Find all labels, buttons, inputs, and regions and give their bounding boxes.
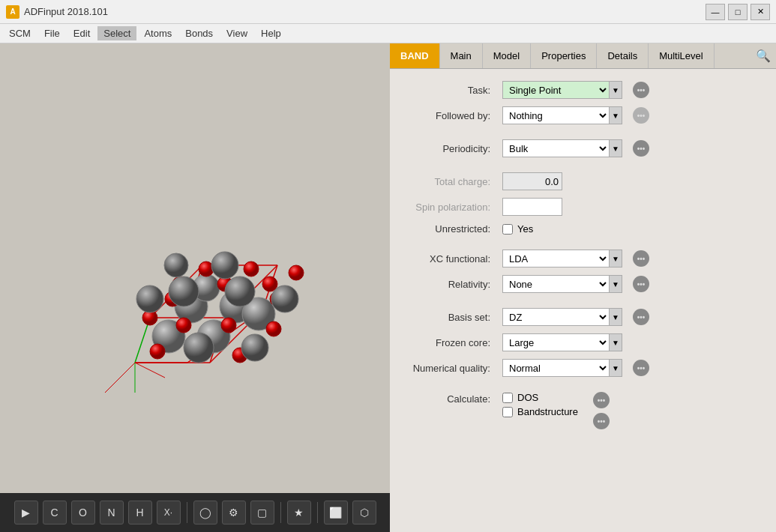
svg-point-37 bbox=[225, 276, 255, 306]
viewport: ▶ C O N H X· ◯ ⚙ ▢ ★ ⬜ ⬡ bbox=[0, 43, 390, 532]
tool-gear[interactable]: ⚙ bbox=[222, 501, 246, 525]
toolbar-sep2 bbox=[280, 502, 281, 523]
calculate-bandstructure-item: Bandstructure bbox=[502, 406, 578, 417]
tab-band[interactable]: BAND bbox=[390, 43, 440, 68]
svg-point-43 bbox=[164, 253, 188, 277]
periodicity-dropdown-arrow[interactable]: ▼ bbox=[609, 139, 622, 157]
svg-line-12 bbox=[105, 363, 135, 393]
svg-point-26 bbox=[176, 318, 191, 333]
frozen-core-dropdown-arrow[interactable]: ▼ bbox=[609, 333, 622, 351]
relativity-dropdown-arrow[interactable]: ▼ bbox=[609, 275, 622, 293]
unrestricted-checkbox[interactable] bbox=[502, 224, 513, 235]
form-content: Task: Single Point ▼ ••• Followed by: No… bbox=[390, 69, 776, 532]
tool-hex[interactable]: ⬡ bbox=[352, 501, 376, 525]
tool-x[interactable]: X· bbox=[157, 501, 181, 525]
numerical-quality-select[interactable]: Normal bbox=[502, 359, 609, 377]
numerical-quality-dropdown-arrow[interactable]: ▼ bbox=[609, 359, 622, 377]
minimize-button[interactable]: — bbox=[706, 4, 725, 20]
unrestricted-yes-label: Yes bbox=[517, 223, 533, 235]
frozen-core-select[interactable]: Large bbox=[502, 333, 609, 351]
tab-model[interactable]: Model bbox=[483, 43, 531, 68]
xc-functional-row: XC functional: LDA ▼ ••• bbox=[399, 250, 767, 267]
tool-h[interactable]: H bbox=[128, 501, 152, 525]
menu-edit[interactable]: Edit bbox=[67, 26, 96, 40]
followed-by-select[interactable]: Nothing bbox=[502, 106, 609, 124]
tool-star[interactable]: ★ bbox=[287, 501, 311, 525]
svg-line-14 bbox=[135, 363, 165, 378]
calculate-options: DOS Bandstructure bbox=[502, 392, 578, 417]
toolbar-sep1 bbox=[187, 502, 187, 523]
divider2 bbox=[399, 165, 767, 172]
close-button[interactable]: ✕ bbox=[751, 4, 770, 20]
periodicity-row: Periodicity: Bulk ▼ ••• bbox=[399, 139, 767, 157]
xc-functional-dropdown-arrow[interactable]: ▼ bbox=[609, 250, 622, 267]
menu-atoms[interactable]: Atoms bbox=[138, 26, 178, 40]
spin-polarization-input[interactable] bbox=[502, 198, 562, 216]
tab-main[interactable]: Main bbox=[440, 43, 483, 68]
search-button[interactable]: 🔍 bbox=[751, 43, 776, 69]
numerical-quality-more-button[interactable]: ••• bbox=[633, 360, 649, 376]
menu-scm[interactable]: SCM bbox=[3, 26, 37, 40]
relativity-row: Relativity: None ▼ ••• bbox=[399, 275, 767, 293]
periodicity-more-button[interactable]: ••• bbox=[633, 140, 649, 157]
xc-functional-select[interactable]: LDA bbox=[502, 250, 609, 267]
followed-by-more-button[interactable]: ••• bbox=[633, 107, 649, 124]
xc-functional-label: XC functional: bbox=[399, 253, 496, 265]
followed-by-label: Followed by: bbox=[399, 110, 496, 121]
tool-o[interactable]: O bbox=[71, 501, 95, 525]
calculate-more-buttons: ••• ••• bbox=[589, 392, 610, 429]
maximize-button[interactable]: □ bbox=[728, 4, 748, 20]
total-charge-input[interactable] bbox=[502, 172, 562, 190]
tool-n[interactable]: N bbox=[100, 501, 124, 525]
svg-point-32 bbox=[244, 262, 259, 276]
total-charge-label: Total charge: bbox=[399, 176, 496, 187]
menu-help[interactable]: Help bbox=[255, 26, 287, 40]
tool-rect[interactable]: ▢ bbox=[250, 501, 274, 525]
relativity-select-wrapper: None ▼ bbox=[502, 275, 622, 293]
unrestricted-checkbox-row: Yes bbox=[502, 223, 533, 235]
basis-set-more-button[interactable]: ••• bbox=[633, 309, 649, 325]
task-select-wrapper: Single Point ▼ bbox=[502, 81, 622, 99]
relativity-select[interactable]: None bbox=[502, 275, 609, 293]
tab-details[interactable]: Details bbox=[597, 43, 649, 68]
task-more-button[interactable]: ••• bbox=[633, 82, 649, 98]
svg-point-39 bbox=[136, 285, 163, 312]
task-select[interactable]: Single Point bbox=[502, 81, 609, 99]
tool-c[interactable]: C bbox=[43, 501, 67, 525]
window-controls: — □ ✕ bbox=[706, 4, 770, 20]
xc-functional-select-wrapper: LDA ▼ bbox=[502, 250, 622, 267]
svg-point-40 bbox=[184, 333, 214, 363]
tab-bar: BAND Main Model Properties Details Multi… bbox=[390, 43, 776, 69]
tool-select[interactable]: ▶ bbox=[14, 501, 38, 525]
followed-by-row: Followed by: Nothing ▼ ••• bbox=[399, 106, 767, 124]
calculate-dos-checkbox[interactable] bbox=[502, 393, 513, 403]
tab-properties[interactable]: Properties bbox=[531, 43, 597, 68]
svg-point-30 bbox=[150, 344, 165, 359]
followed-by-select-wrapper: Nothing ▼ bbox=[502, 106, 622, 124]
menu-select[interactable]: Select bbox=[97, 26, 136, 40]
calculate-dos-item: DOS bbox=[502, 392, 578, 403]
svg-point-27 bbox=[221, 318, 236, 333]
numerical-quality-row: Numerical quality: Normal ▼ ••• bbox=[399, 359, 767, 377]
calculate-dos-more-button[interactable]: ••• bbox=[593, 392, 610, 408]
tab-multilevel[interactable]: MultiLevel bbox=[649, 43, 715, 68]
spin-polarization-row: Spin polarization: bbox=[399, 198, 767, 216]
menu-view[interactable]: View bbox=[220, 26, 253, 40]
task-dropdown-arrow[interactable]: ▼ bbox=[609, 81, 622, 99]
calculate-bandstructure-checkbox[interactable] bbox=[502, 407, 513, 417]
followed-by-dropdown-arrow[interactable]: ▼ bbox=[609, 106, 622, 124]
basis-set-select[interactable]: DZ bbox=[502, 308, 609, 326]
tool-square[interactable]: ⬜ bbox=[324, 501, 348, 525]
calculate-bandstructure-more-button[interactable]: ••• bbox=[593, 413, 610, 429]
relativity-label: Relativity: bbox=[399, 279, 496, 290]
relativity-more-button[interactable]: ••• bbox=[633, 276, 649, 292]
tool-circle[interactable]: ◯ bbox=[193, 501, 217, 525]
basis-set-dropdown-arrow[interactable]: ▼ bbox=[609, 308, 622, 326]
svg-point-36 bbox=[169, 276, 199, 306]
menu-bonds[interactable]: Bonds bbox=[179, 26, 219, 40]
xc-functional-more-button[interactable]: ••• bbox=[633, 250, 649, 267]
divider1 bbox=[399, 132, 767, 139]
menu-file[interactable]: File bbox=[38, 26, 66, 40]
svg-point-28 bbox=[266, 321, 281, 336]
periodicity-select[interactable]: Bulk bbox=[502, 139, 609, 157]
